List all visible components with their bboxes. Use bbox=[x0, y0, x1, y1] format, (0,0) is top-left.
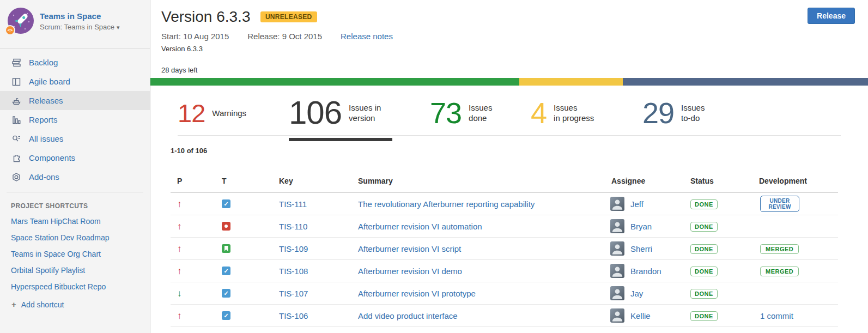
version-detail-panel: Version 6.3.3 UNRELEASED Release Start: … bbox=[150, 0, 868, 333]
sidebar-item-label: Reports bbox=[29, 115, 58, 124]
sidebar-item-add-ons[interactable]: Add-ons bbox=[0, 167, 150, 186]
shortcut-link[interactable]: Orbital Spotify Playlist bbox=[0, 262, 150, 278]
sidebar-item-backlog[interactable]: Backlog bbox=[0, 53, 150, 72]
sidebar-item-agile-board[interactable]: Agile board bbox=[0, 72, 150, 91]
development-lozenge-green[interactable]: MERGED bbox=[760, 267, 799, 276]
sidebar-item-components[interactable]: Components bbox=[0, 148, 150, 167]
issue-key-link[interactable]: TIS-106 bbox=[279, 311, 308, 320]
stat-issues-todo[interactable]: 29 Issuesto-do bbox=[642, 98, 751, 128]
sidebar-item-releases[interactable]: Releases bbox=[0, 91, 150, 110]
status-badge: DONE bbox=[690, 267, 718, 276]
board-icon bbox=[11, 76, 22, 87]
sidebar-item-label: Releases bbox=[29, 96, 63, 105]
column-header-key: Key bbox=[272, 177, 351, 185]
sidebar-item-label: Backlog bbox=[29, 58, 58, 67]
start-date: Start: 10 Aug 2015 bbox=[161, 32, 229, 41]
release-button[interactable]: Release bbox=[808, 8, 855, 24]
shortcut-link[interactable]: Space Station Dev Roadmap bbox=[0, 229, 150, 246]
issues-table-body: TIS-111 The revolutionary Afterburner re… bbox=[171, 193, 838, 327]
table-row: TIS-111 The revolutionary Afterburner re… bbox=[171, 193, 838, 215]
shortcut-link[interactable]: Mars Team HipChat Room bbox=[0, 213, 150, 229]
project-header: <> Teams in Space Scrum: Teams in Space bbox=[0, 0, 150, 49]
release-date: Release: 9 Oct 2015 bbox=[247, 32, 322, 41]
table-row: TIS-109 Afterburner revision VI script S… bbox=[171, 238, 838, 260]
assignee-avatar bbox=[610, 286, 624, 300]
assignee-link[interactable]: Jay bbox=[630, 289, 643, 298]
puzzle-icon bbox=[11, 153, 22, 164]
column-header-status: Status bbox=[684, 177, 749, 185]
search-issues-icon bbox=[11, 134, 22, 144]
board-switcher[interactable]: Scrum: Teams in Space bbox=[40, 23, 120, 31]
column-header-development: Development bbox=[749, 177, 838, 185]
add-shortcut-button[interactable]: Add shortcut bbox=[0, 300, 150, 309]
assignee-link[interactable]: Brandon bbox=[630, 267, 661, 276]
assignee-link[interactable]: Jeff bbox=[630, 199, 644, 209]
stat-value: 4 bbox=[531, 98, 547, 128]
stat-issues-in-version[interactable]: 106 Issues inversion bbox=[289, 96, 392, 129]
status-badge: DONE bbox=[690, 311, 718, 321]
issue-summary-link[interactable]: Afterburner revision VI script bbox=[358, 244, 461, 253]
priority-up-icon bbox=[171, 199, 182, 209]
issues-table-header: P T Key Summary Assignee Status Developm… bbox=[171, 168, 838, 193]
project-sidebar: <> Teams in Space Scrum: Teams in Space … bbox=[0, 0, 150, 333]
sidebar-item-label: Components bbox=[29, 153, 75, 162]
issue-summary-link[interactable]: Add video product interface bbox=[358, 311, 458, 320]
project-shortcuts-title: PROJECT SHORTCUTS bbox=[11, 202, 150, 210]
project-shortcuts-list: Mars Team HipChat Room Space Station Dev… bbox=[0, 213, 150, 295]
stat-issues-in-progress[interactable]: 4 Issuesin progress bbox=[531, 98, 642, 128]
page-title: Version 6.3.3 bbox=[161, 8, 250, 25]
column-header-summary: Summary bbox=[351, 177, 605, 185]
priority-up-icon bbox=[171, 311, 182, 321]
assignee-link[interactable]: Bryan bbox=[630, 222, 652, 231]
issue-key-link[interactable]: TIS-108 bbox=[279, 267, 308, 276]
hexnut-icon bbox=[11, 172, 22, 183]
table-row: TIS-108 Afterburner revision VI demo Bra… bbox=[171, 260, 838, 282]
assignee-avatar bbox=[610, 241, 624, 256]
sidebar-item-all-issues[interactable]: All issues bbox=[0, 129, 150, 148]
version-description: Version 6.3.3 bbox=[161, 45, 855, 53]
stat-label: Issues inversion bbox=[349, 102, 381, 123]
development-lozenge-green[interactable]: MERGED bbox=[760, 244, 799, 254]
issue-summary-link[interactable]: The revolutionary Afterburner reporting … bbox=[358, 199, 535, 209]
unreleased-badge: UNRELEASED bbox=[260, 11, 317, 22]
priority-up-icon bbox=[171, 266, 182, 276]
project-name[interactable]: Teams in Space bbox=[40, 11, 120, 21]
add-shortcut-label: Add shortcut bbox=[21, 300, 64, 309]
issue-summary-link[interactable]: Afterburner revision VI prototype bbox=[358, 289, 476, 298]
sidebar-item-reports[interactable]: Reports bbox=[0, 110, 150, 129]
development-link[interactable]: 1 commit bbox=[760, 311, 793, 320]
stat-value: 29 bbox=[642, 98, 674, 128]
table-row: TIS-106 Add video product interface Kell… bbox=[171, 305, 838, 327]
sidebar-item-label: Agile board bbox=[29, 77, 70, 86]
issue-summary-link[interactable]: Afterburner revision VI demo bbox=[358, 267, 462, 276]
assignee-avatar bbox=[610, 197, 624, 211]
assignee-avatar bbox=[610, 219, 624, 233]
bar-chart-icon bbox=[11, 114, 22, 125]
priority-up-icon bbox=[171, 221, 182, 232]
release-notes-link[interactable]: Release notes bbox=[341, 32, 393, 41]
status-badge: DONE bbox=[690, 289, 718, 299]
sidebar-item-label: All issues bbox=[29, 134, 63, 143]
stat-label: Issuesin progress bbox=[554, 102, 594, 123]
issue-key-link[interactable]: TIS-110 bbox=[279, 222, 307, 231]
table-row: TIS-107 Afterburner revision VI prototyp… bbox=[171, 282, 838, 305]
assignee-avatar bbox=[610, 308, 624, 323]
assignee-link[interactable]: Sherri bbox=[630, 244, 652, 253]
issue-summary-link[interactable]: Afterburner revision VI automation bbox=[358, 222, 482, 231]
progress-segment-done bbox=[150, 78, 519, 86]
assignee-link[interactable]: Kellie bbox=[630, 311, 651, 320]
development-lozenge-blue[interactable]: UNDER REVIEW bbox=[760, 196, 799, 212]
shortcut-link[interactable]: Hyperspeed Bitbucket Repo bbox=[0, 278, 150, 295]
priority-down-icon bbox=[171, 288, 182, 299]
issue-key-link[interactable]: TIS-111 bbox=[279, 199, 307, 209]
stat-warnings[interactable]: 12 Warnings bbox=[178, 100, 289, 126]
shortcut-link[interactable]: Teams in Space Org Chart bbox=[0, 246, 150, 262]
board-switcher-label: Scrum: Teams in Space bbox=[40, 23, 114, 31]
stat-value: 73 bbox=[430, 98, 462, 128]
issue-key-link[interactable]: TIS-109 bbox=[279, 244, 308, 253]
stat-label: Issuesto-do bbox=[681, 102, 705, 123]
stat-value: 12 bbox=[178, 100, 205, 126]
issue-key-link[interactable]: TIS-107 bbox=[279, 289, 308, 298]
stat-issues-done[interactable]: 73 Issuesdone bbox=[430, 98, 531, 128]
progress-segment-to-do bbox=[623, 78, 868, 86]
